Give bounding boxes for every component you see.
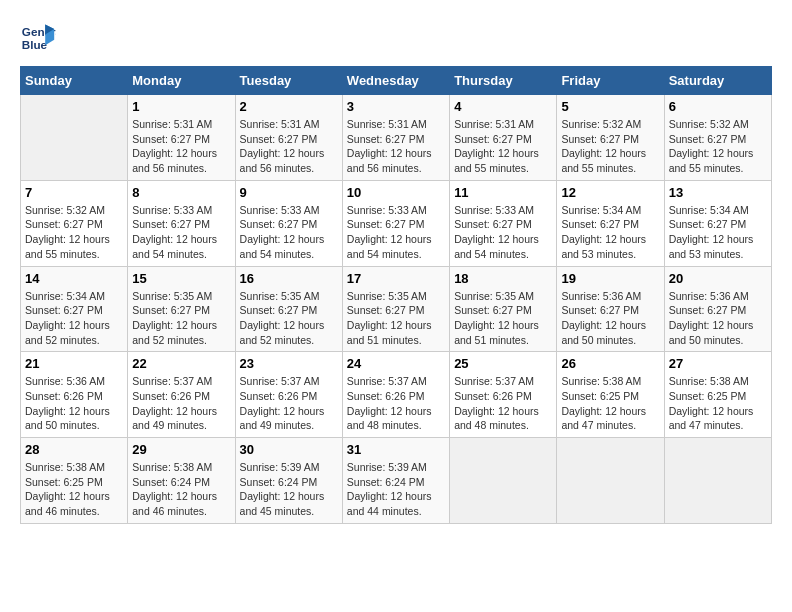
day-info: Sunrise: 5:38 AM Sunset: 6:25 PM Dayligh…	[25, 460, 123, 519]
calendar-cell: 21Sunrise: 5:36 AM Sunset: 6:26 PM Dayli…	[21, 352, 128, 438]
calendar-cell: 19Sunrise: 5:36 AM Sunset: 6:27 PM Dayli…	[557, 266, 664, 352]
calendar-cell: 24Sunrise: 5:37 AM Sunset: 6:26 PM Dayli…	[342, 352, 449, 438]
day-number: 6	[669, 99, 767, 114]
calendar-cell: 14Sunrise: 5:34 AM Sunset: 6:27 PM Dayli…	[21, 266, 128, 352]
weekday-header-saturday: Saturday	[664, 67, 771, 95]
day-info: Sunrise: 5:31 AM Sunset: 6:27 PM Dayligh…	[454, 117, 552, 176]
day-info: Sunrise: 5:34 AM Sunset: 6:27 PM Dayligh…	[25, 289, 123, 348]
calendar-cell: 29Sunrise: 5:38 AM Sunset: 6:24 PM Dayli…	[128, 438, 235, 524]
calendar-cell: 3Sunrise: 5:31 AM Sunset: 6:27 PM Daylig…	[342, 95, 449, 181]
day-info: Sunrise: 5:35 AM Sunset: 6:27 PM Dayligh…	[454, 289, 552, 348]
day-number: 28	[25, 442, 123, 457]
day-info: Sunrise: 5:32 AM Sunset: 6:27 PM Dayligh…	[561, 117, 659, 176]
day-info: Sunrise: 5:37 AM Sunset: 6:26 PM Dayligh…	[454, 374, 552, 433]
day-info: Sunrise: 5:32 AM Sunset: 6:27 PM Dayligh…	[25, 203, 123, 262]
calendar-week-4: 21Sunrise: 5:36 AM Sunset: 6:26 PM Dayli…	[21, 352, 772, 438]
day-number: 16	[240, 271, 338, 286]
day-info: Sunrise: 5:36 AM Sunset: 6:26 PM Dayligh…	[25, 374, 123, 433]
calendar-week-5: 28Sunrise: 5:38 AM Sunset: 6:25 PM Dayli…	[21, 438, 772, 524]
calendar-cell: 2Sunrise: 5:31 AM Sunset: 6:27 PM Daylig…	[235, 95, 342, 181]
weekday-header-row: SundayMondayTuesdayWednesdayThursdayFrid…	[21, 67, 772, 95]
day-number: 18	[454, 271, 552, 286]
day-number: 14	[25, 271, 123, 286]
day-number: 8	[132, 185, 230, 200]
day-info: Sunrise: 5:37 AM Sunset: 6:26 PM Dayligh…	[347, 374, 445, 433]
calendar-cell: 28Sunrise: 5:38 AM Sunset: 6:25 PM Dayli…	[21, 438, 128, 524]
calendar-cell: 18Sunrise: 5:35 AM Sunset: 6:27 PM Dayli…	[450, 266, 557, 352]
day-info: Sunrise: 5:37 AM Sunset: 6:26 PM Dayligh…	[132, 374, 230, 433]
calendar-cell: 25Sunrise: 5:37 AM Sunset: 6:26 PM Dayli…	[450, 352, 557, 438]
day-number: 27	[669, 356, 767, 371]
day-number: 3	[347, 99, 445, 114]
calendar-cell: 17Sunrise: 5:35 AM Sunset: 6:27 PM Dayli…	[342, 266, 449, 352]
svg-text:Blue: Blue	[22, 38, 48, 51]
day-number: 25	[454, 356, 552, 371]
day-info: Sunrise: 5:39 AM Sunset: 6:24 PM Dayligh…	[347, 460, 445, 519]
day-info: Sunrise: 5:38 AM Sunset: 6:25 PM Dayligh…	[561, 374, 659, 433]
calendar-week-3: 14Sunrise: 5:34 AM Sunset: 6:27 PM Dayli…	[21, 266, 772, 352]
day-info: Sunrise: 5:35 AM Sunset: 6:27 PM Dayligh…	[347, 289, 445, 348]
calendar-cell	[450, 438, 557, 524]
day-number: 2	[240, 99, 338, 114]
calendar-cell: 20Sunrise: 5:36 AM Sunset: 6:27 PM Dayli…	[664, 266, 771, 352]
day-number: 11	[454, 185, 552, 200]
calendar-cell	[557, 438, 664, 524]
day-info: Sunrise: 5:34 AM Sunset: 6:27 PM Dayligh…	[561, 203, 659, 262]
calendar-cell	[21, 95, 128, 181]
day-number: 19	[561, 271, 659, 286]
day-info: Sunrise: 5:34 AM Sunset: 6:27 PM Dayligh…	[669, 203, 767, 262]
day-number: 23	[240, 356, 338, 371]
calendar-cell: 7Sunrise: 5:32 AM Sunset: 6:27 PM Daylig…	[21, 180, 128, 266]
day-number: 22	[132, 356, 230, 371]
calendar-cell: 23Sunrise: 5:37 AM Sunset: 6:26 PM Dayli…	[235, 352, 342, 438]
day-info: Sunrise: 5:38 AM Sunset: 6:24 PM Dayligh…	[132, 460, 230, 519]
day-number: 10	[347, 185, 445, 200]
day-number: 15	[132, 271, 230, 286]
page-header: General Blue	[20, 20, 772, 56]
calendar-week-2: 7Sunrise: 5:32 AM Sunset: 6:27 PM Daylig…	[21, 180, 772, 266]
logo-icon: General Blue	[20, 20, 56, 56]
calendar-cell: 22Sunrise: 5:37 AM Sunset: 6:26 PM Dayli…	[128, 352, 235, 438]
calendar-cell: 30Sunrise: 5:39 AM Sunset: 6:24 PM Dayli…	[235, 438, 342, 524]
calendar-cell: 1Sunrise: 5:31 AM Sunset: 6:27 PM Daylig…	[128, 95, 235, 181]
calendar-cell: 16Sunrise: 5:35 AM Sunset: 6:27 PM Dayli…	[235, 266, 342, 352]
day-number: 29	[132, 442, 230, 457]
calendar-cell: 9Sunrise: 5:33 AM Sunset: 6:27 PM Daylig…	[235, 180, 342, 266]
day-info: Sunrise: 5:36 AM Sunset: 6:27 PM Dayligh…	[669, 289, 767, 348]
day-number: 21	[25, 356, 123, 371]
calendar-cell: 31Sunrise: 5:39 AM Sunset: 6:24 PM Dayli…	[342, 438, 449, 524]
day-info: Sunrise: 5:33 AM Sunset: 6:27 PM Dayligh…	[132, 203, 230, 262]
calendar-cell: 26Sunrise: 5:38 AM Sunset: 6:25 PM Dayli…	[557, 352, 664, 438]
day-number: 26	[561, 356, 659, 371]
day-number: 9	[240, 185, 338, 200]
calendar-body: 1Sunrise: 5:31 AM Sunset: 6:27 PM Daylig…	[21, 95, 772, 524]
weekday-header-wednesday: Wednesday	[342, 67, 449, 95]
calendar-cell: 13Sunrise: 5:34 AM Sunset: 6:27 PM Dayli…	[664, 180, 771, 266]
calendar-cell: 11Sunrise: 5:33 AM Sunset: 6:27 PM Dayli…	[450, 180, 557, 266]
day-info: Sunrise: 5:35 AM Sunset: 6:27 PM Dayligh…	[240, 289, 338, 348]
day-info: Sunrise: 5:33 AM Sunset: 6:27 PM Dayligh…	[347, 203, 445, 262]
weekday-header-thursday: Thursday	[450, 67, 557, 95]
calendar-cell: 4Sunrise: 5:31 AM Sunset: 6:27 PM Daylig…	[450, 95, 557, 181]
day-number: 5	[561, 99, 659, 114]
day-info: Sunrise: 5:38 AM Sunset: 6:25 PM Dayligh…	[669, 374, 767, 433]
logo: General Blue	[20, 20, 62, 56]
weekday-header-friday: Friday	[557, 67, 664, 95]
calendar-week-1: 1Sunrise: 5:31 AM Sunset: 6:27 PM Daylig…	[21, 95, 772, 181]
day-info: Sunrise: 5:31 AM Sunset: 6:27 PM Dayligh…	[347, 117, 445, 176]
day-info: Sunrise: 5:33 AM Sunset: 6:27 PM Dayligh…	[240, 203, 338, 262]
day-info: Sunrise: 5:31 AM Sunset: 6:27 PM Dayligh…	[240, 117, 338, 176]
weekday-header-sunday: Sunday	[21, 67, 128, 95]
calendar-cell	[664, 438, 771, 524]
calendar-cell: 15Sunrise: 5:35 AM Sunset: 6:27 PM Dayli…	[128, 266, 235, 352]
calendar-cell: 5Sunrise: 5:32 AM Sunset: 6:27 PM Daylig…	[557, 95, 664, 181]
calendar-cell: 27Sunrise: 5:38 AM Sunset: 6:25 PM Dayli…	[664, 352, 771, 438]
day-info: Sunrise: 5:36 AM Sunset: 6:27 PM Dayligh…	[561, 289, 659, 348]
day-info: Sunrise: 5:33 AM Sunset: 6:27 PM Dayligh…	[454, 203, 552, 262]
day-number: 20	[669, 271, 767, 286]
day-number: 31	[347, 442, 445, 457]
day-number: 1	[132, 99, 230, 114]
weekday-header-tuesday: Tuesday	[235, 67, 342, 95]
calendar-header: SundayMondayTuesdayWednesdayThursdayFrid…	[21, 67, 772, 95]
day-number: 30	[240, 442, 338, 457]
